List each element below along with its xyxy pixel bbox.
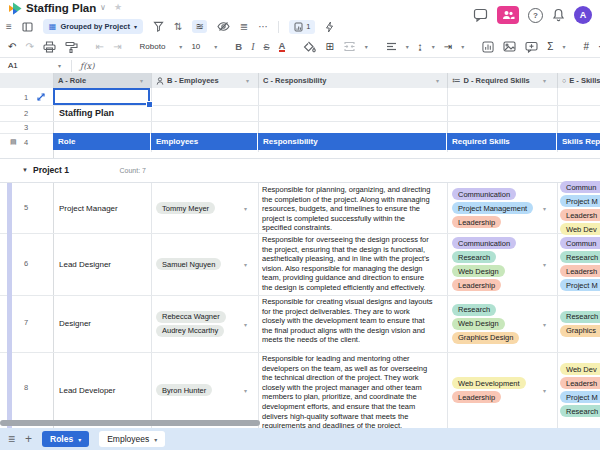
row-number[interactable]: 8: [0, 383, 52, 392]
insert-image-icon[interactable]: [503, 41, 516, 52]
side-panel-icon[interactable]: [22, 22, 33, 32]
skill-chip[interactable]: Research: [452, 304, 496, 316]
cell-skills-rep[interactable]: Commun Research Leadersh Project M: [557, 233, 600, 295]
skill-chip[interactable]: Project M: [560, 195, 600, 207]
row-number[interactable]: 2: [0, 109, 52, 118]
column-d-menu-icon[interactable]: ▾: [543, 77, 546, 84]
row-number[interactable]: 6: [0, 259, 52, 268]
employee-chip[interactable]: Byron Hunter: [156, 384, 212, 396]
cell-role[interactable]: Designer: [53, 295, 151, 352]
skill-chip[interactable]: Leadership: [452, 216, 501, 228]
column-header-a[interactable]: A - Role: [53, 73, 151, 88]
skill-chip[interactable]: Graphics Design: [452, 332, 519, 344]
employee-chip[interactable]: Tommy Meyer: [156, 202, 215, 214]
table-header-employees[interactable]: Employees: [151, 133, 257, 150]
cell-dropdown-icon[interactable]: ▾: [244, 387, 247, 394]
cell-role[interactable]: Lead Designer: [53, 233, 151, 295]
skill-chip[interactable]: Commun: [560, 181, 600, 193]
tab-roles[interactable]: Roles ▾: [42, 431, 89, 447]
column-a-menu-icon[interactable]: ▾: [140, 77, 143, 84]
skill-chip[interactable]: Graphics: [560, 325, 600, 337]
skill-chip[interactable]: Commun: [560, 237, 600, 249]
chevron-down-icon[interactable]: ▾: [365, 43, 368, 50]
add-sheet-button[interactable]: +: [25, 432, 32, 446]
table-header-skills-rep[interactable]: Skills Repr: [557, 133, 600, 150]
column-header-d[interactable]: ≔ D - Required Skills: [447, 73, 557, 88]
row-number[interactable]: 5: [0, 203, 52, 212]
cell-employees[interactable]: Tommy Meyer ▾: [151, 183, 258, 233]
cell-dropdown-icon[interactable]: ▾: [543, 261, 546, 268]
table-header-required-skills[interactable]: Required Skills: [447, 133, 556, 150]
more-options-icon[interactable]: ⋯: [258, 21, 268, 32]
cell-required-skills[interactable]: Communication Research Web Design Leader…: [447, 233, 557, 295]
sort-icon[interactable]: ⇅: [174, 21, 182, 32]
cell-responsibility[interactable]: Responsible for overseeing the design pr…: [258, 233, 447, 295]
expand-row-icon[interactable]: [36, 92, 46, 102]
title-chevron-down-icon[interactable]: ∨: [100, 3, 106, 12]
chevron-down-icon[interactable]: ▾: [406, 43, 409, 50]
grouped-by-button[interactable]: ▦ Grouped by Project ▾: [43, 19, 143, 34]
employee-chip[interactable]: Samuel Nguyen: [156, 258, 221, 270]
cell-responsibility[interactable]: Responsible for creating visual designs …: [258, 295, 447, 352]
skill-chip[interactable]: Web Design: [452, 318, 505, 330]
chevron-down-icon[interactable]: ▾: [461, 43, 464, 50]
row-number[interactable]: 7: [0, 318, 52, 327]
employee-chip[interactable]: Audrey Mccarthy: [156, 325, 224, 337]
cell-dropdown-icon[interactable]: ▾: [543, 321, 546, 328]
print-icon[interactable]: [43, 41, 56, 53]
indent-decrease-icon[interactable]: ⇤: [96, 41, 104, 52]
cell-required-skills[interactable]: Web Development Leadership ▾: [447, 352, 557, 428]
skill-chip[interactable]: Research: [452, 251, 496, 263]
column-b-menu-icon[interactable]: ▾: [246, 77, 249, 84]
text-wrap-icon[interactable]: ⇥: [444, 41, 452, 52]
fill-handle[interactable]: [146, 101, 153, 108]
cell-dropdown-icon[interactable]: ▾: [543, 387, 546, 394]
functions-sum-icon[interactable]: Σ: [547, 41, 553, 52]
document-title[interactable]: Staffing Plan: [26, 2, 96, 14]
chevron-down-icon[interactable]: ▾: [432, 43, 435, 50]
cell-dropdown-icon[interactable]: ▾: [244, 321, 247, 328]
records-badge[interactable]: 1: [289, 20, 315, 34]
name-box[interactable]: A1: [0, 61, 58, 70]
cell-skills-rep[interactable]: Web Dev Leadersh Project M Research: [557, 352, 600, 428]
cell-required-skills[interactable]: Research Web Design Graphics Design ▾: [447, 295, 557, 352]
paint-format-icon[interactable]: [65, 41, 78, 53]
group-name[interactable]: Project 1: [33, 165, 69, 175]
borders-icon[interactable]: ⊞: [325, 41, 333, 52]
column-c-menu-icon[interactable]: ▾: [436, 77, 439, 84]
sheet-title-cell[interactable]: Staffing Plan: [59, 108, 114, 118]
insert-comment-icon[interactable]: [525, 41, 538, 53]
text-color-button[interactable]: A: [279, 41, 286, 52]
redo-icon[interactable]: ↷: [25, 41, 33, 52]
group-rows-icon[interactable]: ≋: [192, 20, 206, 33]
merge-cells-icon[interactable]: [343, 41, 356, 52]
fill-color-icon[interactable]: [303, 41, 316, 53]
cell-responsibility[interactable]: Responsible for planning, organizing, an…: [258, 183, 447, 233]
column-header-c[interactable]: C - Responsibility: [258, 73, 447, 88]
skill-chip[interactable]: Research: [560, 311, 600, 323]
cell-required-skills[interactable]: Communication Project Management Leaders…: [447, 183, 557, 233]
cell-skills-rep[interactable]: Commun Project M Leadersh Web Dev: [557, 183, 600, 233]
skill-chip[interactable]: Project M: [560, 391, 600, 403]
skill-chip[interactable]: Web Dev: [560, 363, 600, 375]
cell-responsibility[interactable]: Responsible for leading and mentoring ot…: [258, 352, 447, 428]
skill-chip[interactable]: Web Design: [452, 265, 505, 277]
bold-button[interactable]: B: [235, 41, 242, 52]
chevron-down-icon[interactable]: ▾: [562, 43, 565, 50]
cell-dropdown-icon[interactable]: ▾: [543, 205, 546, 212]
all-sheets-menu-icon[interactable]: ≡: [8, 432, 15, 446]
column-header-b[interactable]: B - Employees: [151, 73, 258, 88]
indent-increase-icon[interactable]: ⇥: [113, 41, 121, 52]
tab-employees[interactable]: Employees ▾: [99, 431, 165, 447]
insert-chart-icon[interactable]: [482, 41, 494, 53]
filter-icon[interactable]: [153, 21, 164, 32]
skill-chip[interactable]: Leadersh: [560, 209, 600, 221]
skill-chip[interactable]: Web Development: [452, 377, 526, 389]
cell-role[interactable]: Lead Developer: [53, 352, 151, 428]
cell-employees[interactable]: Samuel Nguyen ▾: [151, 233, 258, 295]
table-header-responsibility[interactable]: Responsibility: [258, 133, 446, 150]
cell-dropdown-icon[interactable]: ▾: [244, 205, 247, 212]
row-number[interactable]: 3: [0, 123, 52, 132]
skill-chip[interactable]: Communication: [452, 188, 516, 200]
vertical-align-icon[interactable]: ↨: [418, 41, 423, 52]
